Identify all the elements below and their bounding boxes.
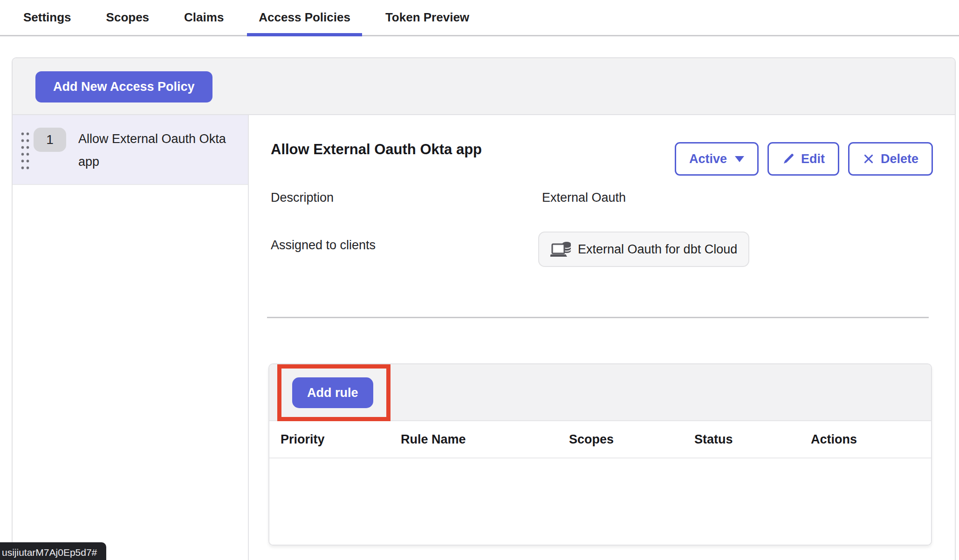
column-header-status: Status xyxy=(694,432,811,447)
rules-table-header: Priority Rule Name Scopes Status Actions xyxy=(269,421,931,458)
panel-toolbar: Add New Access Policy xyxy=(13,58,955,115)
policy-name-label: Allow External Oauth Okta app xyxy=(78,128,232,173)
policy-list-item[interactable]: 1 Allow External Oauth Okta app xyxy=(13,115,248,185)
description-value: External Oauth xyxy=(542,191,626,205)
rules-toolbar: Add rule xyxy=(269,364,931,421)
tab-settings[interactable]: Settings xyxy=(12,0,83,35)
add-new-access-policy-button[interactable]: Add New Access Policy xyxy=(35,71,212,102)
status-dropdown-button[interactable]: Active xyxy=(675,142,759,176)
description-label: Description xyxy=(271,191,334,205)
link-status-tooltip: usijiutarM7Aj0Ep5d7# xyxy=(0,542,106,560)
assigned-client-chip-label: External Oauth for dbt Cloud xyxy=(578,242,737,257)
status-dropdown-label: Active xyxy=(689,152,727,166)
delete-button[interactable]: Delete xyxy=(848,142,933,176)
column-header-rule-name: Rule Name xyxy=(401,432,569,447)
tab-claims[interactable]: Claims xyxy=(172,0,235,35)
section-divider xyxy=(267,317,929,318)
rules-table-body xyxy=(269,458,931,545)
chevron-down-icon xyxy=(735,156,744,162)
edit-button[interactable]: Edit xyxy=(767,142,839,176)
panel-body: 1 Allow External Oauth Okta app Allow Ex… xyxy=(13,115,955,560)
policy-order-badge: 1 xyxy=(34,128,66,152)
tab-access-policies[interactable]: Access Policies xyxy=(247,0,362,35)
tab-token-preview[interactable]: Token Preview xyxy=(374,0,481,35)
drag-handle-icon[interactable] xyxy=(19,130,29,171)
column-header-scopes: Scopes xyxy=(569,432,694,447)
delete-button-label: Delete xyxy=(881,152,918,166)
pencil-icon xyxy=(782,152,795,165)
assigned-client-chip[interactable]: External Oauth for dbt Cloud xyxy=(538,232,749,267)
computer-database-icon xyxy=(550,240,572,259)
column-header-actions: Actions xyxy=(811,432,931,447)
column-header-priority: Priority xyxy=(281,432,401,447)
policy-list-sidebar: 1 Allow External Oauth Okta app xyxy=(13,115,249,560)
add-rule-button[interactable]: Add rule xyxy=(292,377,373,408)
close-x-icon xyxy=(863,153,875,165)
assigned-to-clients-label: Assigned to clients xyxy=(271,238,376,253)
access-policies-panel: Add New Access Policy 1 Allow External O… xyxy=(12,57,956,560)
policy-title: Allow External Oauth Okta app xyxy=(271,141,482,158)
tab-bar: Settings Scopes Claims Access Policies T… xyxy=(0,0,959,36)
policy-action-buttons: Active Edit xyxy=(675,142,933,176)
rules-card: Add rule Priority Rule Name Scopes Statu… xyxy=(268,363,932,546)
edit-button-label: Edit xyxy=(801,152,825,166)
tab-scopes[interactable]: Scopes xyxy=(95,0,161,35)
policy-detail-pane: Allow External Oauth Okta app Active Edi… xyxy=(249,115,955,560)
